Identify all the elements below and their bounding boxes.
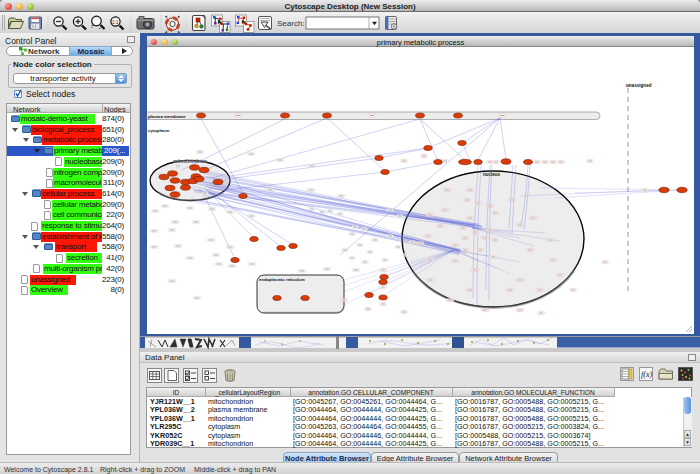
svg-text:f(x): f(x)	[641, 370, 652, 379]
